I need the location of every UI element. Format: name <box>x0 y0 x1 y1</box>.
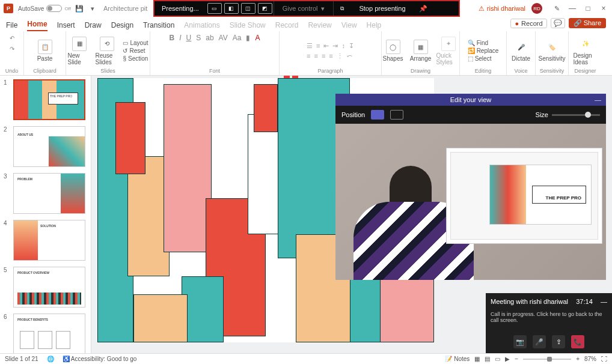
layout-mode-1-icon[interactable]: ▭ <box>207 3 222 14</box>
record-button[interactable]: Record <box>510 19 546 28</box>
minimize-panel-icon[interactable]: — <box>595 96 601 103</box>
underline-button[interactable]: U <box>186 34 192 42</box>
layout-mode-4-icon[interactable]: ◩ <box>258 3 272 14</box>
design-ideas-button[interactable]: ✨Design Ideas <box>574 37 598 65</box>
tab-draw[interactable]: Draw <box>85 21 102 31</box>
slide-counter[interactable]: Slide 1 of 21 <box>5 356 38 362</box>
dictate-button[interactable]: 🎤Dictate <box>509 40 533 62</box>
autosave-toggle[interactable]: AutoSave Off <box>18 5 71 12</box>
line-spacing-button[interactable]: ↕ <box>341 42 345 50</box>
layout-mode-2-icon[interactable]: ◧ <box>224 3 239 14</box>
qat-overflow-icon[interactable]: ▾ <box>88 4 97 13</box>
thumbnail-5[interactable]: 5PRODUCT OVERVIEW <box>4 267 87 308</box>
notes-button[interactable]: 📝 Notes <box>445 356 470 362</box>
tab-record[interactable]: Record <box>275 21 299 31</box>
status-bar: Slide 1 of 21 🌐 ♿ Accessibility: Good to… <box>0 353 612 364</box>
font-color-button[interactable]: A <box>255 34 260 42</box>
comments-button[interactable]: 💬 <box>551 18 565 28</box>
align-left-button[interactable]: ≡ <box>307 52 310 60</box>
language-indicator[interactable]: 🌐 <box>47 356 54 362</box>
meeting-toast[interactable]: Meeting with rishi dhariwal 37:14 — Call… <box>486 293 612 353</box>
zoom-slider[interactable] <box>523 359 571 360</box>
stop-presenting-button[interactable]: Stop presenting <box>350 5 414 12</box>
highlight-button[interactable]: ▮ <box>246 34 250 42</box>
document-name[interactable]: Architecture pit <box>103 5 147 12</box>
view-sorter-icon[interactable]: ▤ <box>485 356 490 362</box>
pin-icon[interactable]: 📌 <box>414 5 432 13</box>
tab-view[interactable]: View <box>341 21 357 31</box>
select-button[interactable]: ⬚ Select <box>468 55 499 62</box>
save-icon[interactable]: 💾 <box>75 4 84 13</box>
share-button[interactable]: 🔗 Share <box>569 18 606 28</box>
tab-review[interactable]: Review <box>308 21 331 31</box>
share-screen-button[interactable]: ⇪ <box>552 335 565 348</box>
bold-button[interactable]: B <box>170 34 175 42</box>
italic-button[interactable]: I <box>179 34 181 42</box>
close-button[interactable]: × <box>599 4 608 13</box>
mic-button[interactable]: 🎤 <box>533 335 546 348</box>
sensitivity-button[interactable]: 🏷️Sensitivity <box>540 40 564 62</box>
view-normal-icon[interactable]: ▦ <box>474 356 480 362</box>
justify-button[interactable]: ≡ <box>329 52 332 60</box>
paste-button[interactable]: 📋Paste <box>33 40 57 62</box>
thumbnail-3[interactable]: 3PROBLEM <box>4 173 87 214</box>
spacing-button[interactable]: AV <box>219 34 228 42</box>
thumbnail-2[interactable]: 2ABOUT US <box>4 126 87 167</box>
view-slideshow-icon[interactable]: ▶ <box>505 356 510 362</box>
arrange-button[interactable]: ▦Arrange <box>409 40 433 62</box>
layout-button[interactable]: ▭ Layout <box>123 40 148 46</box>
find-button[interactable]: 🔍 Find <box>468 40 499 46</box>
size-slider[interactable] <box>552 114 600 116</box>
thumbnail-6[interactable]: 6PRODUCT BENEFITS <box>4 314 87 353</box>
zoom-level[interactable]: 87% <box>584 356 596 362</box>
tab-design[interactable]: Design <box>111 21 133 31</box>
tab-insert[interactable]: Insert <box>57 21 75 31</box>
indent-inc-button[interactable]: ⇥ <box>332 42 338 50</box>
position-left-button[interactable] <box>371 110 384 120</box>
strike-button[interactable]: S <box>196 34 201 42</box>
thumbnail-4[interactable]: 4SOLUTION <box>4 220 87 261</box>
pen-icon[interactable]: ✎ <box>552 4 562 13</box>
thumbnail-1[interactable]: 1THE PREP PRO <box>4 79 87 120</box>
tab-home[interactable]: Home <box>27 20 47 31</box>
new-slide-button[interactable]: ▦New Slide <box>67 37 91 65</box>
avatar[interactable]: RD <box>531 3 542 14</box>
fit-to-window-icon[interactable]: ⛶ <box>601 356 607 362</box>
shapes-button[interactable]: ◯Shapes <box>381 40 405 62</box>
zoom-out-button[interactable]: − <box>515 356 518 362</box>
numbering-button[interactable]: ≡ <box>316 42 320 50</box>
case-button[interactable]: Aa <box>233 34 242 42</box>
accessibility-status[interactable]: ♿ Accessibility: Good to go <box>63 356 137 362</box>
bullets-button[interactable]: ☰ <box>307 42 313 50</box>
zoom-in-button[interactable]: + <box>576 356 580 362</box>
view-reading-icon[interactable]: ▭ <box>495 356 500 362</box>
quick-styles-button[interactable]: ✦Quick Styles <box>436 37 461 65</box>
undo-icon[interactable]: ↶ <box>8 34 16 42</box>
popout-icon[interactable]: ⧉ <box>335 3 349 14</box>
redo-icon[interactable]: ↷ <box>8 44 16 53</box>
meeting-title: Meeting with rishi dhariwal <box>491 298 568 305</box>
give-control-button[interactable]: Give control▾ <box>274 1 334 16</box>
tab-file[interactable]: File <box>6 21 17 31</box>
align-center-button[interactable]: ≡ <box>314 52 317 60</box>
tab-transitions[interactable]: Transition <box>143 21 174 31</box>
tab-animations[interactable]: Animations <box>184 21 219 31</box>
tab-help[interactable]: Help <box>367 21 382 31</box>
maximize-button[interactable]: □ <box>583 4 593 13</box>
camera-button[interactable]: 📷 <box>513 335 527 348</box>
edit-view-panel: Edit your view— Position Size <box>335 94 606 280</box>
reset-button[interactable]: ↺ Reset <box>123 47 148 54</box>
reuse-slides-button[interactable]: ⟲Reuse Slides <box>95 37 119 65</box>
meeting-minimize-icon[interactable]: — <box>601 298 607 305</box>
replace-button[interactable]: 🔁 Replace <box>468 47 499 54</box>
tab-slideshow[interactable]: Slide Show <box>230 21 266 31</box>
position-right-button[interactable] <box>390 110 403 120</box>
section-button[interactable]: § Section <box>123 55 148 62</box>
layout-mode-3-icon[interactable]: ◫ <box>241 3 256 14</box>
align-right-button[interactable]: ≡ <box>322 52 325 60</box>
hangup-button[interactable]: 📞 <box>571 335 584 348</box>
shadow-button[interactable]: ab <box>206 34 213 42</box>
indent-dec-button[interactable]: ⇤ <box>323 42 329 50</box>
minimize-button[interactable]: — <box>568 4 577 13</box>
user-name[interactable]: rishi dhariwal <box>479 5 525 13</box>
